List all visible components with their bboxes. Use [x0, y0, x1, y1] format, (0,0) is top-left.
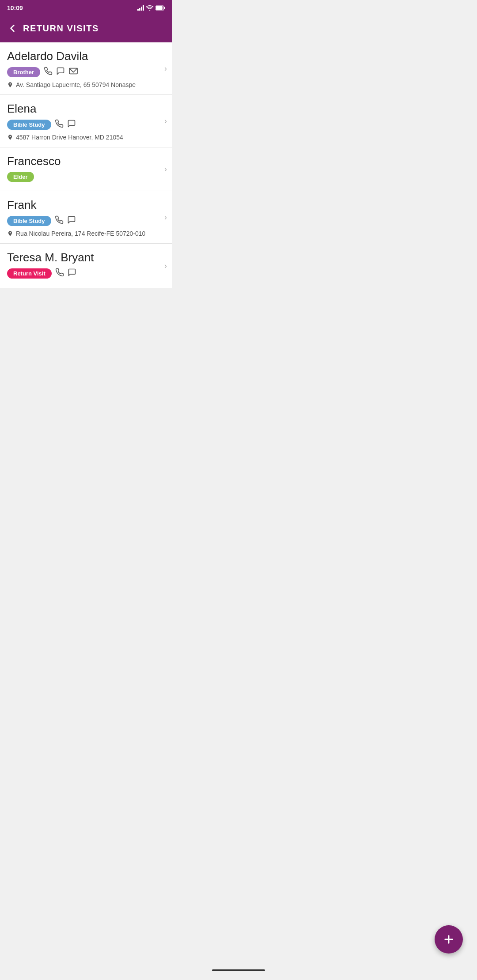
back-button[interactable]	[7, 23, 18, 34]
contact-badges-row: Elder	[7, 172, 165, 182]
badge-bible-study: Bible Study	[7, 216, 51, 226]
phone-icon[interactable]	[44, 67, 53, 78]
contact-name: Francesco	[7, 155, 165, 168]
contact-item-frank[interactable]: Frank › Bible Study Rua Nicolau Pereira,	[0, 191, 172, 244]
chevron-icon: ›	[164, 64, 167, 73]
svg-rect-1	[164, 7, 165, 9]
location-icon	[7, 134, 13, 142]
contact-address: Av. Santiago Lapuernte, 65 50794 Nonaspe	[7, 81, 165, 89]
badge-elder: Elder	[7, 172, 34, 182]
chevron-icon: ›	[164, 165, 167, 174]
badge-return-visit: Return Visit	[7, 268, 52, 279]
badge-bible-study: Bible Study	[7, 120, 51, 130]
address-text: Av. Santiago Lapuernte, 65 50794 Nonaspe	[16, 81, 136, 88]
contact-item-teresa-m-bryant[interactable]: Teresa M. Bryant › Return Visit	[0, 244, 172, 288]
phone-icon[interactable]	[55, 119, 64, 130]
address-text: Rua Nicolau Pereira, 174 Recife-FE 50720…	[16, 230, 145, 237]
email-icon[interactable]	[68, 67, 78, 77]
contact-name: Teresa M. Bryant	[7, 251, 165, 264]
contact-badges-row: Bible Study	[7, 215, 165, 226]
contact-name: Adelardo Davila	[7, 49, 165, 63]
chevron-icon: ›	[164, 261, 167, 271]
empty-area	[0, 288, 172, 421]
wifi-icon	[146, 5, 154, 11]
signal-icon	[137, 5, 144, 11]
battery-icon	[155, 5, 165, 11]
contact-address: Rua Nicolau Pereira, 174 Recife-FE 50720…	[7, 230, 165, 238]
status-time: 10:09	[7, 4, 23, 11]
chat-icon[interactable]	[67, 215, 76, 226]
contact-name: Elena	[7, 102, 165, 116]
contact-item-elena[interactable]: Elena › Bible Study 4587 Harron Drive Ha	[0, 95, 172, 147]
chevron-icon: ›	[164, 117, 167, 126]
contact-item-adelardo-davila[interactable]: Adelardo Davila › Brother	[0, 42, 172, 95]
status-icons	[137, 5, 165, 11]
chat-icon[interactable]	[67, 119, 76, 130]
contact-badges-row: Return Visit	[7, 268, 165, 279]
contact-item-francesco[interactable]: Francesco › Elder	[0, 147, 172, 191]
page-title: RETURN VISITS	[23, 23, 99, 34]
badge-brother: Brother	[7, 67, 40, 77]
status-bar: 10:09	[0, 0, 172, 16]
address-text: 4587 Harron Drive Hanover, MD 21054	[16, 134, 123, 141]
chat-icon[interactable]	[56, 67, 65, 78]
contact-badges-row: Bible Study	[7, 119, 165, 130]
contact-badges-row: Brother	[7, 67, 165, 78]
contact-name: Frank	[7, 198, 165, 212]
header: RETURN VISITS	[0, 16, 172, 42]
chat-icon[interactable]	[68, 268, 76, 279]
phone-icon[interactable]	[55, 268, 64, 279]
phone-icon[interactable]	[55, 215, 64, 226]
location-icon	[7, 230, 13, 238]
chevron-icon: ›	[164, 213, 167, 222]
location-icon	[7, 82, 13, 89]
contact-list: Adelardo Davila › Brother	[0, 42, 172, 288]
svg-rect-2	[156, 6, 163, 10]
contact-address: 4587 Harron Drive Hanover, MD 21054	[7, 134, 165, 142]
